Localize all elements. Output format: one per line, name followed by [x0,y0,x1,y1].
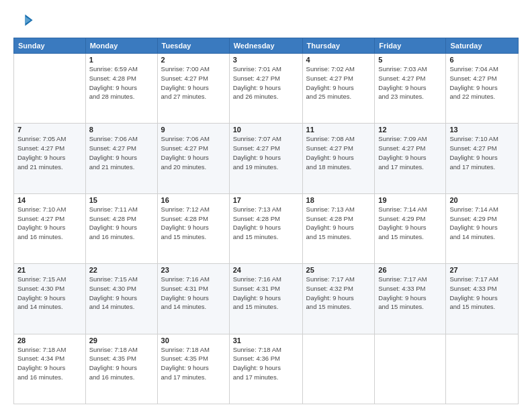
day-number: 9 [161,126,226,134]
day-cell: 5Sunrise: 7:03 AMSunset: 4:27 PMDaylight… [375,54,446,124]
day-info: Sunrise: 7:01 AMSunset: 4:27 PMDaylight:… [233,64,299,101]
day-number: 22 [89,266,154,274]
day-number: 23 [161,266,226,274]
day-cell: 1Sunrise: 6:59 AMSunset: 4:28 PMDaylight… [85,54,157,124]
week-row-1: 1Sunrise: 6:59 AMSunset: 4:28 PMDaylight… [14,54,519,124]
day-number: 5 [378,56,442,64]
day-number: 21 [17,266,82,274]
day-info: Sunrise: 7:16 AMSunset: 4:31 PMDaylight:… [233,275,299,312]
day-info: Sunrise: 7:00 AMSunset: 4:27 PMDaylight:… [161,64,226,101]
day-number: 4 [306,56,371,64]
day-info: Sunrise: 7:11 AMSunset: 4:28 PMDaylight:… [89,205,154,242]
day-cell: 20Sunrise: 7:14 AMSunset: 4:29 PMDayligh… [446,193,519,263]
day-info: Sunrise: 7:07 AMSunset: 4:27 PMDaylight:… [233,134,299,171]
day-info: Sunrise: 7:10 AMSunset: 4:27 PMDaylight:… [17,205,82,242]
logo [13,11,34,32]
day-cell [302,334,375,404]
day-number: 1 [89,56,154,64]
col-header-wednesday: Wednesday [229,38,302,54]
day-cell [14,54,86,124]
col-header-friday: Friday [375,38,446,54]
day-number: 6 [449,56,515,64]
calendar: SundayMondayTuesdayWednesdayThursdayFrid… [13,38,519,404]
day-cell: 13Sunrise: 7:10 AMSunset: 4:27 PMDayligh… [446,124,519,193]
day-info: Sunrise: 7:10 AMSunset: 4:27 PMDaylight:… [449,134,515,171]
week-row-4: 21Sunrise: 7:15 AMSunset: 4:30 PMDayligh… [14,264,519,334]
day-info: Sunrise: 7:03 AMSunset: 4:27 PMDaylight:… [378,64,442,101]
day-number: 19 [378,196,442,204]
day-cell: 23Sunrise: 7:16 AMSunset: 4:31 PMDayligh… [157,264,229,334]
day-cell [446,334,519,404]
day-cell: 3Sunrise: 7:01 AMSunset: 4:27 PMDaylight… [229,54,302,124]
day-cell: 29Sunrise: 7:18 AMSunset: 4:35 PMDayligh… [85,334,157,404]
day-info: Sunrise: 7:15 AMSunset: 4:30 PMDaylight:… [89,275,154,312]
day-number: 15 [89,196,154,204]
day-info: Sunrise: 7:15 AMSunset: 4:30 PMDaylight:… [17,275,82,312]
day-cell: 12Sunrise: 7:09 AMSunset: 4:27 PMDayligh… [375,124,446,193]
day-number: 16 [161,196,226,204]
day-info: Sunrise: 7:17 AMSunset: 4:33 PMDaylight:… [449,275,515,312]
day-number: 3 [233,56,299,64]
day-cell: 4Sunrise: 7:02 AMSunset: 4:27 PMDaylight… [302,54,375,124]
day-number: 2 [161,56,226,64]
day-cell: 26Sunrise: 7:17 AMSunset: 4:33 PMDayligh… [375,264,446,334]
col-header-thursday: Thursday [302,38,375,54]
day-cell: 18Sunrise: 7:13 AMSunset: 4:28 PMDayligh… [302,193,375,263]
day-number: 30 [161,336,226,345]
day-cell: 16Sunrise: 7:12 AMSunset: 4:28 PMDayligh… [157,193,229,263]
col-header-tuesday: Tuesday [157,38,229,54]
day-cell [375,334,446,404]
day-cell: 28Sunrise: 7:18 AMSunset: 4:34 PMDayligh… [14,334,86,404]
day-number: 28 [17,336,82,345]
day-info: Sunrise: 7:02 AMSunset: 4:27 PMDaylight:… [306,64,371,101]
day-info: Sunrise: 7:13 AMSunset: 4:28 PMDaylight:… [306,205,371,242]
day-info: Sunrise: 7:14 AMSunset: 4:29 PMDaylight:… [449,205,515,242]
day-info: Sunrise: 7:18 AMSunset: 4:34 PMDaylight:… [17,345,82,382]
page: SundayMondayTuesdayWednesdayThursdayFrid… [0,0,532,411]
day-info: Sunrise: 7:18 AMSunset: 4:35 PMDaylight:… [89,345,154,382]
week-row-2: 7Sunrise: 7:05 AMSunset: 4:27 PMDaylight… [14,124,519,193]
day-info: Sunrise: 7:14 AMSunset: 4:29 PMDaylight:… [378,205,442,242]
day-info: Sunrise: 7:17 AMSunset: 4:32 PMDaylight:… [306,275,371,312]
day-info: Sunrise: 7:08 AMSunset: 4:27 PMDaylight:… [306,134,371,171]
day-number: 10 [233,126,299,134]
day-info: Sunrise: 7:16 AMSunset: 4:31 PMDaylight:… [161,275,226,312]
day-cell: 14Sunrise: 7:10 AMSunset: 4:27 PMDayligh… [14,193,86,263]
day-cell: 9Sunrise: 7:06 AMSunset: 4:27 PMDaylight… [157,124,229,193]
day-number: 17 [233,196,299,204]
day-number: 29 [89,336,154,345]
day-number: 11 [306,126,371,134]
col-header-sunday: Sunday [14,38,86,54]
day-number: 27 [449,266,515,274]
day-cell: 17Sunrise: 7:13 AMSunset: 4:28 PMDayligh… [229,193,302,263]
day-info: Sunrise: 7:09 AMSunset: 4:27 PMDaylight:… [378,134,442,171]
day-cell: 15Sunrise: 7:11 AMSunset: 4:28 PMDayligh… [85,193,157,263]
day-info: Sunrise: 7:06 AMSunset: 4:27 PMDaylight:… [161,134,226,171]
header [13,11,519,32]
day-info: Sunrise: 7:17 AMSunset: 4:33 PMDaylight:… [378,275,442,312]
day-number: 7 [17,126,82,134]
day-cell: 30Sunrise: 7:18 AMSunset: 4:35 PMDayligh… [157,334,229,404]
calendar-header-row: SundayMondayTuesdayWednesdayThursdayFrid… [14,38,519,54]
day-cell: 8Sunrise: 7:06 AMSunset: 4:27 PMDaylight… [85,124,157,193]
day-number: 12 [378,126,442,134]
day-info: Sunrise: 7:05 AMSunset: 4:27 PMDaylight:… [17,134,82,171]
day-cell: 7Sunrise: 7:05 AMSunset: 4:27 PMDaylight… [14,124,86,193]
day-number: 31 [233,336,299,345]
day-number: 18 [306,196,371,204]
day-cell: 24Sunrise: 7:16 AMSunset: 4:31 PMDayligh… [229,264,302,334]
col-header-monday: Monday [85,38,157,54]
day-cell: 2Sunrise: 7:00 AMSunset: 4:27 PMDaylight… [157,54,229,124]
day-info: Sunrise: 7:18 AMSunset: 4:35 PMDaylight:… [161,345,226,382]
day-info: Sunrise: 7:18 AMSunset: 4:36 PMDaylight:… [233,345,299,382]
day-number: 26 [378,266,442,274]
day-cell: 19Sunrise: 7:14 AMSunset: 4:29 PMDayligh… [375,193,446,263]
day-cell: 21Sunrise: 7:15 AMSunset: 4:30 PMDayligh… [14,264,86,334]
week-row-5: 28Sunrise: 7:18 AMSunset: 4:34 PMDayligh… [14,334,519,404]
day-cell: 6Sunrise: 7:04 AMSunset: 4:27 PMDaylight… [446,54,519,124]
day-number: 8 [89,126,154,134]
day-number: 14 [17,196,82,204]
day-number: 20 [449,196,515,204]
day-number: 25 [306,266,371,274]
day-number: 24 [233,266,299,274]
